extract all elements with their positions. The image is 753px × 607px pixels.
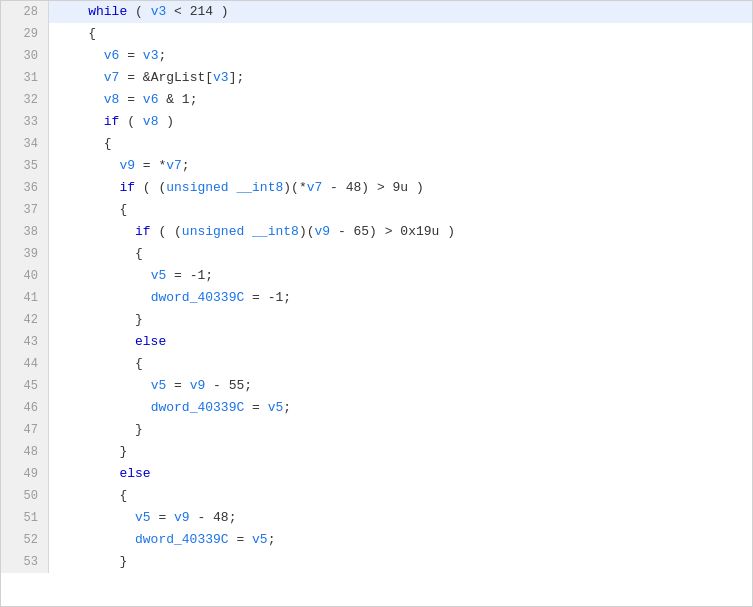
line-number: 36 bbox=[1, 177, 49, 199]
line-number: 53 bbox=[1, 551, 49, 573]
code-line: 41 dword_40339C = -1; bbox=[1, 287, 752, 309]
line-number: 40 bbox=[1, 265, 49, 287]
code-line: 49 else bbox=[1, 463, 752, 485]
line-number: 48 bbox=[1, 441, 49, 463]
code-line: 50 { bbox=[1, 485, 752, 507]
line-number: 37 bbox=[1, 199, 49, 221]
line-content: dword_40339C = v5; bbox=[49, 529, 752, 551]
line-content: v5 = v9 - 55; bbox=[49, 375, 752, 397]
code-line: 30 v6 = v3; bbox=[1, 45, 752, 67]
line-number: 44 bbox=[1, 353, 49, 375]
code-line: 33 if ( v8 ) bbox=[1, 111, 752, 133]
code-line: 40 v5 = -1; bbox=[1, 265, 752, 287]
line-number: 45 bbox=[1, 375, 49, 397]
line-content: } bbox=[49, 419, 752, 441]
line-content: } bbox=[49, 309, 752, 331]
code-lines: 28 while ( v3 < 214 )29 {30 v6 = v3;31 v… bbox=[1, 1, 752, 573]
line-content: v7 = &ArgList[v3]; bbox=[49, 67, 752, 89]
code-line: 38 if ( (unsigned __int8)(v9 - 65) > 0x1… bbox=[1, 221, 752, 243]
line-content: v9 = *v7; bbox=[49, 155, 752, 177]
line-content: v8 = v6 & 1; bbox=[49, 89, 752, 111]
code-line: 29 { bbox=[1, 23, 752, 45]
code-line: 28 while ( v3 < 214 ) bbox=[1, 1, 752, 23]
code-editor: 28 while ( v3 < 214 )29 {30 v6 = v3;31 v… bbox=[0, 0, 753, 607]
line-number: 30 bbox=[1, 45, 49, 67]
line-content: dword_40339C = -1; bbox=[49, 287, 752, 309]
code-line: 34 { bbox=[1, 133, 752, 155]
line-number: 42 bbox=[1, 309, 49, 331]
code-line: 46 dword_40339C = v5; bbox=[1, 397, 752, 419]
line-number: 39 bbox=[1, 243, 49, 265]
code-line: 31 v7 = &ArgList[v3]; bbox=[1, 67, 752, 89]
line-number: 35 bbox=[1, 155, 49, 177]
code-line: 32 v8 = v6 & 1; bbox=[1, 89, 752, 111]
code-line: 35 v9 = *v7; bbox=[1, 155, 752, 177]
code-line: 42 } bbox=[1, 309, 752, 331]
line-content: { bbox=[49, 23, 752, 45]
line-content: { bbox=[49, 353, 752, 375]
line-content: else bbox=[49, 463, 752, 485]
line-number: 51 bbox=[1, 507, 49, 529]
line-content: { bbox=[49, 243, 752, 265]
line-number: 46 bbox=[1, 397, 49, 419]
line-number: 28 bbox=[1, 1, 49, 23]
code-line: 53 } bbox=[1, 551, 752, 573]
line-number: 33 bbox=[1, 111, 49, 133]
line-number: 49 bbox=[1, 463, 49, 485]
line-content: { bbox=[49, 485, 752, 507]
code-line: 48 } bbox=[1, 441, 752, 463]
line-number: 31 bbox=[1, 67, 49, 89]
line-content: } bbox=[49, 441, 752, 463]
code-line: 37 { bbox=[1, 199, 752, 221]
code-line: 47 } bbox=[1, 419, 752, 441]
line-number: 32 bbox=[1, 89, 49, 111]
line-content: dword_40339C = v5; bbox=[49, 397, 752, 419]
line-number: 34 bbox=[1, 133, 49, 155]
line-content: if ( (unsigned __int8)(*v7 - 48) > 9u ) bbox=[49, 177, 752, 199]
code-line: 51 v5 = v9 - 48; bbox=[1, 507, 752, 529]
line-number: 50 bbox=[1, 485, 49, 507]
line-content: { bbox=[49, 133, 752, 155]
line-content: v5 = -1; bbox=[49, 265, 752, 287]
line-content: else bbox=[49, 331, 752, 353]
line-number: 29 bbox=[1, 23, 49, 45]
line-content: { bbox=[49, 199, 752, 221]
line-content: v5 = v9 - 48; bbox=[49, 507, 752, 529]
line-content: if ( (unsigned __int8)(v9 - 65) > 0x19u … bbox=[49, 221, 752, 243]
line-content: while ( v3 < 214 ) bbox=[49, 1, 752, 23]
code-line: 44 { bbox=[1, 353, 752, 375]
code-line: 52 dword_40339C = v5; bbox=[1, 529, 752, 551]
code-line: 39 { bbox=[1, 243, 752, 265]
code-line: 43 else bbox=[1, 331, 752, 353]
line-number: 38 bbox=[1, 221, 49, 243]
line-number: 43 bbox=[1, 331, 49, 353]
line-number: 52 bbox=[1, 529, 49, 551]
line-content: if ( v8 ) bbox=[49, 111, 752, 133]
line-content: } bbox=[49, 551, 752, 573]
line-number: 47 bbox=[1, 419, 49, 441]
line-number: 41 bbox=[1, 287, 49, 309]
line-content: v6 = v3; bbox=[49, 45, 752, 67]
code-line: 45 v5 = v9 - 55; bbox=[1, 375, 752, 397]
code-line: 36 if ( (unsigned __int8)(*v7 - 48) > 9u… bbox=[1, 177, 752, 199]
